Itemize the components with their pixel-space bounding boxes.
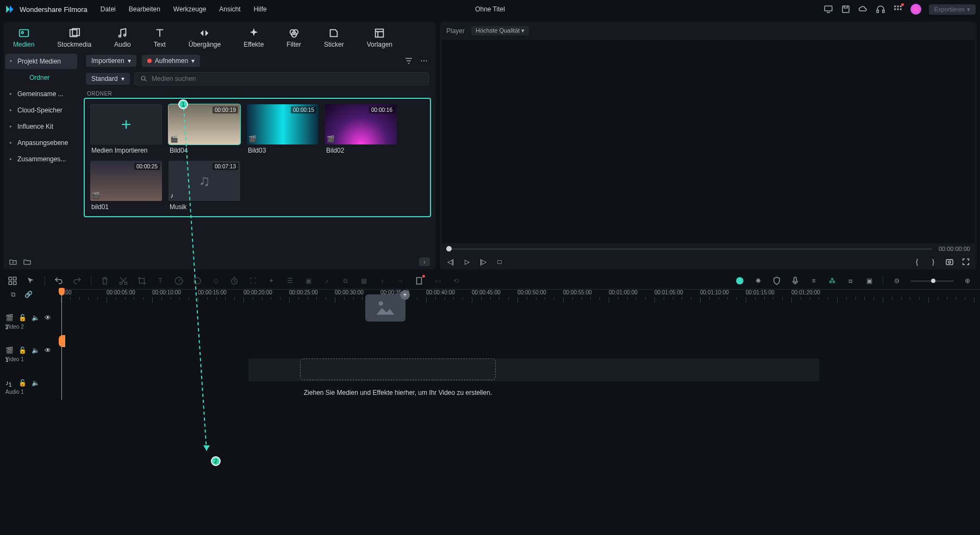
monitor-icon[interactable] [823, 4, 833, 14]
tab-effects[interactable]: Effekte [240, 25, 267, 51]
scrubber-handle[interactable] [446, 246, 452, 251]
import-button[interactable]: Importieren▾ [86, 55, 136, 67]
timer-icon[interactable] [229, 276, 239, 286]
mic-icon[interactable] [790, 276, 800, 286]
media-tile[interactable]: 00:00:15🎬 [247, 104, 319, 144]
marker-tool-icon[interactable] [414, 276, 424, 286]
tab-media[interactable]: Medien [10, 25, 38, 51]
quality-select[interactable]: Höchste Qualität ▾ [471, 26, 529, 35]
player-viewport[interactable] [442, 40, 975, 243]
shield-icon[interactable] [772, 276, 782, 286]
folder-icon[interactable] [23, 257, 32, 266]
more-icon[interactable] [419, 56, 429, 66]
cloud-icon[interactable] [858, 4, 868, 14]
media-tile[interactable]: 00:00:25🎬 [90, 161, 162, 201]
sidebar-item-shared[interactable]: ▸Gemeinsame ... [5, 86, 77, 102]
tab-audio[interactable]: Audio [111, 25, 134, 51]
split-icon[interactable]: ⟊ [377, 276, 387, 286]
subtitle-icon[interactable]: ✺ [753, 276, 763, 286]
color-icon[interactable] [192, 276, 202, 286]
ratio-icon[interactable]: ▭ [433, 276, 442, 286]
audio-tool-icon[interactable]: ♪ [322, 276, 332, 286]
prev-frame-icon[interactable]: ◁| [446, 257, 455, 266]
mute-icon[interactable]: 🔈 [32, 379, 39, 387]
user-avatar[interactable] [910, 4, 921, 15]
media-tile[interactable]: 00:00:16🎬 [325, 104, 397, 144]
mixer-icon[interactable]: ≡ [809, 276, 819, 286]
mask-icon[interactable]: ▣ [303, 276, 313, 286]
zoom-knob[interactable] [931, 279, 935, 283]
stop-icon[interactable]: □ [495, 257, 504, 266]
render-icon[interactable]: ⟲ [451, 276, 461, 286]
delete-icon[interactable] [100, 276, 110, 286]
media-tile[interactable]: 00:00:19🎬 [168, 104, 240, 144]
cut-icon[interactable] [118, 276, 128, 286]
tab-text[interactable]: Text [151, 25, 169, 51]
new-folder-icon[interactable] [9, 257, 17, 266]
search-field[interactable] [134, 72, 429, 85]
filter-list-icon[interactable] [404, 56, 414, 66]
import-media-tile[interactable]: + [90, 104, 162, 144]
track-icon[interactable]: → [396, 276, 405, 286]
track-manager-icon[interactable]: ⧉ [9, 290, 17, 299]
playhead[interactable] [61, 289, 62, 400]
visible-icon[interactable]: 👁 [45, 314, 52, 322]
menu-help[interactable]: Hilfe [254, 5, 267, 13]
visible-icon[interactable]: 👁 [45, 347, 52, 354]
tab-templates[interactable]: Vorlagen [364, 25, 396, 51]
sidebar-item-influence[interactable]: ▸Influence Kit [5, 119, 77, 134]
track-body-video1[interactable]: Ziehen Sie Medien und Effekte hierher, u… [61, 343, 980, 376]
bracket-close-icon[interactable]: } [929, 257, 938, 266]
crop-icon[interactable] [137, 276, 147, 286]
tool-select-icon[interactable] [8, 276, 17, 286]
record-button[interactable]: Aufnehmen▾ [142, 55, 200, 67]
export-button[interactable]: Exportieren ▾ [929, 4, 976, 15]
tab-stockmedia[interactable]: Stockmedia [54, 25, 95, 51]
track-body-video2[interactable]: + [61, 311, 980, 343]
lock-icon[interactable]: 🔓 [18, 314, 26, 322]
keyframe-icon[interactable]: ◇ [211, 276, 221, 286]
transform-icon[interactable]: ✦ [266, 276, 276, 286]
zoom-in-icon[interactable]: ⊕ [963, 276, 972, 286]
bracket-open-icon[interactable]: { [913, 257, 921, 266]
track-body-audio1[interactable] [61, 376, 980, 400]
text-tool-icon[interactable]: T [155, 276, 165, 286]
player-scrubber[interactable] [446, 248, 932, 250]
fullscreen-icon[interactable] [962, 257, 970, 266]
headphones-icon[interactable] [876, 4, 885, 14]
magnet-icon[interactable]: ⁂ [827, 276, 837, 286]
ai-icon[interactable] [735, 276, 745, 286]
sidebar-item-adjustment[interactable]: ▸Anpasungsebene [5, 135, 77, 150]
collapse-sidebar-button[interactable]: ‹ [419, 257, 430, 266]
ruler-body[interactable]: 0:0000:00:05:0000:00:10:0000:00:15:0000:… [61, 289, 980, 311]
lock-icon[interactable]: 🔓 [18, 347, 26, 354]
tab-sticker[interactable]: Sticker [321, 25, 347, 51]
save-icon[interactable] [841, 4, 851, 14]
adjust-icon[interactable]: ☰ [285, 276, 295, 286]
snap-icon[interactable]: ⧈ [846, 276, 856, 286]
next-frame-icon[interactable]: |▷ [479, 257, 488, 266]
zoom-out-icon[interactable]: ⊖ [892, 276, 902, 286]
tab-filter[interactable]: Filter [283, 25, 304, 51]
lock-icon[interactable]: 🔓 [18, 379, 26, 387]
sidebar-item-folder[interactable]: Ordner [5, 70, 77, 85]
menu-tools[interactable]: Werkzeuge [173, 5, 206, 13]
mute-icon[interactable]: 🔈 [32, 314, 39, 322]
play-icon[interactable]: ▷ [463, 257, 471, 266]
undo-icon[interactable] [54, 276, 64, 286]
playhead-handle[interactable] [59, 288, 65, 295]
compound-icon[interactable]: ▦ [359, 276, 369, 286]
menu-view[interactable]: Ansicht [219, 5, 240, 13]
zoom-slider[interactable] [910, 280, 954, 282]
sidebar-item-cloud[interactable]: ▸Cloud-Speicher [5, 103, 77, 118]
sidebar-item-project-media[interactable]: ▾Projekt Medien [5, 54, 77, 69]
redo-icon[interactable] [72, 276, 82, 286]
overlap-icon[interactable]: ▣ [864, 276, 874, 286]
menu-file[interactable]: Datei [101, 5, 116, 13]
view-mode-select[interactable]: Standard▾ [86, 73, 130, 85]
tool-arrow-icon[interactable] [26, 276, 36, 286]
link-icon[interactable]: 🔗 [24, 290, 33, 299]
menu-edit[interactable]: Bearbeiten [129, 5, 160, 13]
sidebar-item-compound[interactable]: ▸Zusammenges... [5, 152, 77, 167]
snapshot-icon[interactable] [945, 257, 954, 266]
